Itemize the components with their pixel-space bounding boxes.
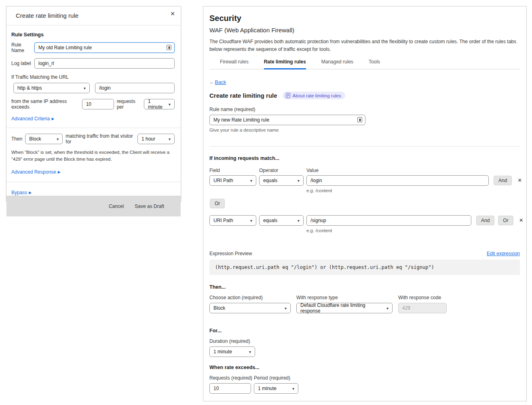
then-section-heading: Then... bbox=[209, 284, 520, 290]
chevron-down-icon: ▾ bbox=[169, 102, 171, 107]
advanced-response-link[interactable]: Advanced Response ▶ bbox=[11, 169, 61, 175]
value-column-label: Value bbox=[306, 168, 319, 173]
log-label-input[interactable] bbox=[34, 58, 175, 69]
for-section-heading: For... bbox=[209, 328, 520, 334]
scheme-select[interactable]: http & https ▾ bbox=[13, 83, 90, 93]
requests-threshold-input[interactable] bbox=[82, 99, 114, 109]
rule-name-label: Rule name (required) bbox=[209, 107, 520, 112]
tab-firewall-rules[interactable]: Firewall rules bbox=[220, 59, 249, 69]
condition-row: URI Path ▾ equals ▾ And ✕ bbox=[209, 175, 520, 186]
block-note: When “Block” is set, when the threshold … bbox=[11, 149, 175, 163]
autofill-icon[interactable] bbox=[357, 117, 362, 122]
tab-managed-rules[interactable]: Managed rules bbox=[321, 59, 353, 69]
threshold-row: from the same IP address exceeds request… bbox=[11, 99, 175, 110]
bypass-link[interactable]: Bypass ▶ bbox=[11, 190, 32, 195]
period-select[interactable]: 1 minute ▾ bbox=[254, 383, 298, 394]
rate-section-heading: When rate exceeds... bbox=[209, 365, 520, 370]
expression-preview-label: Expression Preview bbox=[209, 251, 252, 256]
about-rate-limiting-badge[interactable]: About rate limiting rules bbox=[283, 92, 345, 99]
traffic-matching-heading: If Traffic Matching the URL bbox=[11, 74, 175, 80]
exceeds-text: from the same IP address exceeds bbox=[11, 99, 79, 110]
rate-controls: 1 minute ▾ bbox=[209, 383, 520, 394]
or-button[interactable]: Or bbox=[210, 199, 225, 208]
period-select[interactable]: 1 minute ▾ bbox=[144, 99, 175, 109]
value-input[interactable] bbox=[306, 215, 471, 226]
chevron-down-icon: ▾ bbox=[169, 137, 171, 141]
field-select[interactable]: URI Path ▾ bbox=[209, 215, 256, 226]
value-hint: e.g. /content bbox=[306, 228, 520, 233]
action-select[interactable]: Block ▾ bbox=[25, 134, 63, 144]
matching-text: matching traffic from that visitor for bbox=[65, 133, 135, 145]
rule-name-label: Rule Name bbox=[11, 42, 34, 53]
chevron-down-icon: ▾ bbox=[84, 86, 86, 90]
and-button[interactable]: And bbox=[494, 176, 512, 185]
chevron-down-icon: ▾ bbox=[57, 137, 59, 141]
modal-title: Create rate limiting rule bbox=[16, 12, 78, 19]
waf-description: The Cloudflare WAF provides both automat… bbox=[209, 38, 520, 53]
requests-per-text: requests per bbox=[117, 99, 141, 110]
or-button[interactable]: Or bbox=[498, 216, 513, 225]
value-input[interactable] bbox=[306, 175, 489, 186]
modal-header: Create rate limiting rule ✕ bbox=[6, 6, 181, 25]
operator-select[interactable]: equals ▾ bbox=[259, 215, 304, 226]
requests-input[interactable] bbox=[209, 383, 251, 394]
close-icon[interactable]: ✕ bbox=[170, 10, 175, 17]
chevron-down-icon: ▾ bbox=[298, 178, 300, 183]
then-labels: Choose action (required) With response t… bbox=[209, 295, 520, 300]
duration-label: Duration (required) bbox=[209, 338, 520, 344]
rule-name-input[interactable] bbox=[34, 42, 175, 53]
tab-rate-limiting-rules[interactable]: Rate limiting rules bbox=[264, 59, 306, 69]
condition-row: URI Path ▾ equals ▾ And Or ✕ bbox=[209, 215, 520, 226]
disclosure-icon: ▶ bbox=[51, 117, 54, 121]
period-label: Period (required) bbox=[254, 375, 290, 381]
then-controls: Block ▾ Default Cloudflare rate limiting… bbox=[209, 303, 520, 313]
operator-select[interactable]: equals ▾ bbox=[259, 175, 304, 186]
advanced-criteria-link[interactable]: Advanced Criteria ▶ bbox=[11, 116, 54, 122]
create-rate-limiting-rule-modal: Create rate limiting rule ✕ Rule Setting… bbox=[6, 6, 181, 202]
form-title-row: Create rate limiting rule About rate lim… bbox=[209, 92, 520, 99]
rule-name-input[interactable] bbox=[209, 115, 365, 125]
chevron-down-icon: ▾ bbox=[298, 218, 300, 223]
disclosure-icon: ▶ bbox=[29, 191, 32, 195]
response-type-label: With response type bbox=[296, 295, 393, 300]
modal-footer: Cancel Save as Draft bbox=[6, 196, 181, 216]
chevron-down-icon: ▾ bbox=[292, 386, 294, 391]
divider bbox=[209, 146, 520, 147]
tab-tools[interactable]: Tools bbox=[369, 59, 380, 69]
rule-settings-heading: Rule Settings bbox=[11, 32, 175, 38]
match-section-heading: If incoming requests match... bbox=[209, 155, 520, 161]
page-subtitle: WAF (Web Application Firewall) bbox=[209, 27, 520, 34]
rule-name-helper: Give your rule a descriptive name bbox=[209, 128, 520, 132]
rule-name-row: Rule Name bbox=[11, 42, 175, 53]
save-as-draft-button[interactable]: Save as Draft bbox=[135, 204, 164, 209]
modal-body: Rule Settings Rule Name Log label If Tra… bbox=[6, 25, 181, 175]
chevron-down-icon: ▾ bbox=[249, 350, 251, 354]
condition-column-labels: Field Operator Value bbox=[209, 168, 520, 173]
autofill-icon[interactable] bbox=[167, 45, 171, 50]
and-button[interactable]: And bbox=[476, 216, 494, 225]
action-select[interactable]: Block ▾ bbox=[209, 303, 291, 313]
choose-action-label: Choose action (required) bbox=[209, 295, 291, 300]
back-link[interactable]: Back bbox=[215, 80, 226, 85]
duration-select[interactable]: 1 minute ▾ bbox=[209, 346, 255, 357]
requests-label: Requests (required) bbox=[209, 375, 254, 381]
url-match-row: http & https ▾ bbox=[13, 83, 175, 93]
url-pattern-input[interactable] bbox=[95, 83, 175, 93]
cancel-button[interactable]: Cancel bbox=[109, 204, 124, 209]
response-code-input: 429 bbox=[398, 303, 447, 313]
edit-expression-link[interactable]: Edit expression bbox=[487, 251, 520, 256]
field-column-label: Field bbox=[209, 168, 259, 173]
log-label-label: Log label bbox=[11, 61, 34, 66]
then-row: Then Block ▾ matching traffic from that … bbox=[11, 133, 175, 145]
value-hint: e.g. /content bbox=[306, 188, 520, 193]
chevron-down-icon: ▾ bbox=[386, 306, 388, 311]
back-arrow-icon: ← bbox=[209, 80, 215, 85]
block-duration-select[interactable]: 1 hour ▾ bbox=[137, 134, 175, 144]
form-title: Create rate limiting rule bbox=[209, 92, 277, 99]
rate-labels: Requests (required) Period (required) bbox=[209, 375, 520, 381]
expression-preview-header: Expression Preview Edit expression bbox=[209, 251, 520, 256]
field-select[interactable]: URI Path ▾ bbox=[209, 175, 256, 186]
remove-condition-icon[interactable]: ✕ bbox=[519, 215, 524, 226]
remove-condition-icon[interactable]: ✕ bbox=[517, 175, 522, 186]
response-type-select[interactable]: Default Cloudflare rate limiting respons… bbox=[296, 303, 393, 313]
